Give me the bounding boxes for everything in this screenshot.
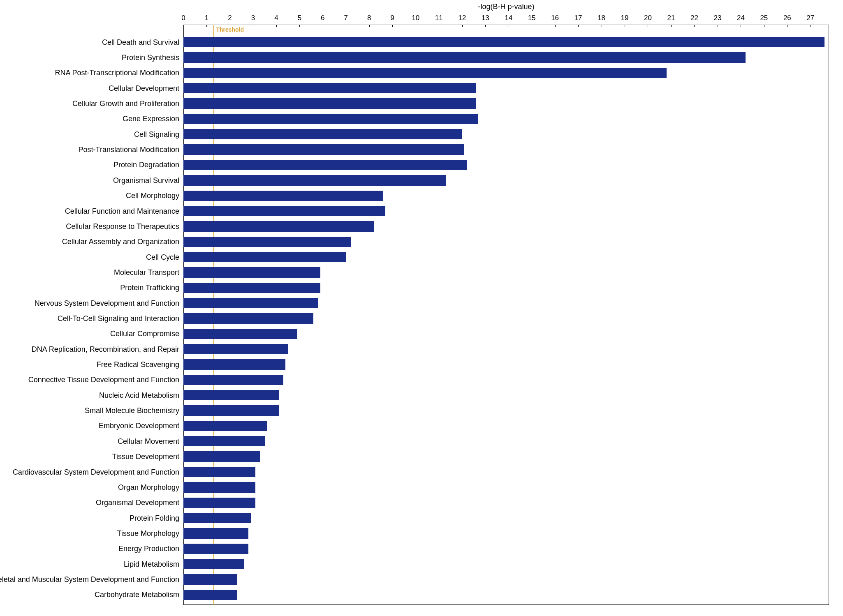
chart-row: Free Radical Scavenging: [183, 359, 829, 369]
chart-row: Organismal Survival: [183, 175, 829, 185]
bar: [183, 574, 237, 584]
bar: [183, 544, 248, 554]
chart-row: Nucleic Acid Metabolism: [183, 390, 829, 400]
bar: [183, 467, 255, 477]
bar: [183, 191, 383, 201]
chart-row: Cell-To-Cell Signaling and Interaction: [183, 313, 829, 323]
x-tick: [253, 25, 253, 27]
chart-row: Tissue Development: [183, 451, 829, 461]
x-tick: [532, 25, 532, 27]
x-tick: [764, 25, 764, 27]
x-tick: [578, 25, 579, 27]
bar: [183, 160, 467, 170]
x-tick-label: 16: [551, 14, 559, 22]
x-tick: [439, 25, 439, 27]
category-label: Organismal Survival: [113, 176, 179, 185]
x-tick-label: 14: [505, 14, 512, 22]
bar: [183, 390, 279, 400]
category-label: Organ Morphology: [118, 483, 179, 491]
bar: [183, 590, 237, 600]
x-tick-label: 8: [367, 14, 371, 22]
x-tick: [811, 25, 811, 27]
bar: [183, 68, 667, 78]
x-tick-label: 1: [205, 14, 208, 22]
x-tick: [509, 25, 509, 27]
bar: [183, 252, 346, 262]
category-label: Connective Tissue Development and Functi…: [28, 376, 179, 384]
category-label: Nervous System Development and Function: [35, 299, 179, 307]
category-label: Energy Production: [118, 544, 179, 553]
x-tick: [741, 25, 741, 27]
chart-row: DNA Replication, Recombination, and Repa…: [183, 344, 829, 354]
x-tick: [787, 25, 787, 27]
bar: [183, 559, 244, 569]
bar: [183, 267, 320, 277]
x-tick-label: 5: [298, 14, 301, 22]
x-tick: [671, 25, 672, 27]
x-tick-label: 4: [274, 14, 278, 22]
chart-row: RNA Post-Transcriptional Modification: [183, 68, 829, 78]
x-tick-label: 9: [391, 14, 394, 22]
x-tick-label: 10: [412, 14, 419, 22]
chart-row: Embryonic Development: [183, 421, 829, 431]
category-label: Protein Degradation: [113, 161, 179, 169]
x-tick-label: 3: [251, 14, 255, 22]
bar: [183, 221, 374, 231]
category-label: Lipid Metabolism: [124, 560, 179, 568]
x-tick: [648, 25, 648, 27]
x-tick-label: 7: [344, 14, 348, 22]
bar: [183, 283, 320, 293]
chart-row: Gene Expression: [183, 114, 829, 124]
x-tick-label: 22: [690, 14, 698, 22]
category-label: Cell-To-Cell Signaling and Interaction: [58, 314, 179, 323]
x-tick-label: 24: [737, 14, 745, 22]
category-label: Cellular Assembly and Organization: [62, 238, 179, 246]
chart-row: Cellular Function and Maintenance: [183, 206, 829, 216]
x-tick-label: 2: [228, 14, 232, 22]
chart-row: Protein Degradation: [183, 160, 829, 170]
chart-row: Protein Folding: [183, 513, 829, 523]
x-tick: [369, 25, 370, 27]
bar: [183, 98, 476, 108]
bar: [183, 436, 265, 446]
x-tick: [602, 25, 602, 27]
chart-row: Organ Morphology: [183, 482, 829, 492]
bar: [183, 52, 746, 62]
bar: [183, 405, 279, 415]
category-label: DNA Replication, Recombination, and Repa…: [32, 345, 179, 353]
bar: [183, 375, 283, 385]
chart-row: Cellular Movement: [183, 436, 829, 446]
x-tick: [694, 25, 695, 27]
bar: [183, 298, 318, 308]
category-label: RNA Post-Transcriptional Modification: [55, 69, 179, 77]
chart-row: Energy Production: [183, 544, 829, 554]
category-label: Skeletal and Muscular System Development…: [0, 575, 179, 584]
x-tick-label: 20: [644, 14, 652, 22]
x-tick-label: 18: [598, 14, 605, 22]
bar: [183, 498, 255, 508]
category-label: Cellular Response to Therapeutics: [66, 222, 179, 231]
category-label: Cell Death and Survival: [102, 38, 179, 46]
chart-row: Lipid Metabolism: [183, 559, 829, 569]
chart-row: Cell Death and Survival: [183, 37, 829, 47]
x-tick: [346, 25, 346, 27]
chart-row: Cardiovascular System Development and Fu…: [183, 467, 829, 477]
x-tick: [276, 25, 277, 27]
category-label: Tissue Development: [112, 452, 179, 461]
x-tick: [299, 25, 300, 27]
bar: [183, 528, 248, 538]
x-tick-label: 0: [181, 14, 185, 22]
x-tick: [183, 25, 184, 27]
x-tick-label: 6: [321, 14, 324, 22]
category-label: Small Molecule Biochemistry: [85, 406, 179, 415]
x-tick-label: 27: [806, 14, 814, 22]
bar: [183, 175, 446, 185]
category-label: Carbohydrate Metabolism: [95, 591, 179, 599]
chart-row: Cellular Growth and Proliferation: [183, 98, 829, 108]
category-label: Molecular Transport: [114, 268, 179, 277]
bar: [183, 83, 476, 93]
chart-plot-area: 0123456789101112131415161718192021222324…: [183, 25, 829, 605]
category-label: Cardiovascular System Development and Fu…: [13, 468, 179, 476]
x-tick-label: 13: [482, 14, 489, 22]
category-label: Tissue Morphology: [117, 529, 179, 538]
